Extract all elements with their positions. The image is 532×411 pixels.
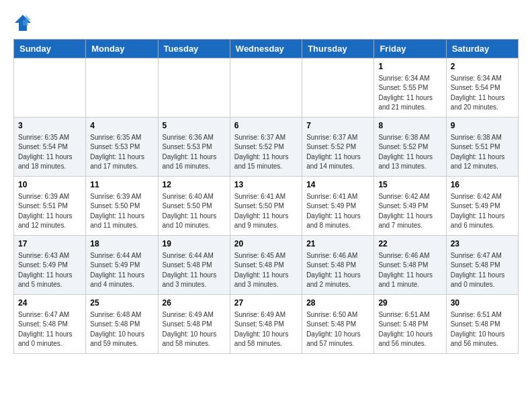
day-info: Sunrise: 6:34 AM Sunset: 5:55 PM Dayligh… (378, 74, 441, 113)
calendar-cell: 22Sunrise: 6:46 AM Sunset: 5:48 PM Dayli… (374, 236, 446, 295)
day-number: 1 (378, 61, 441, 73)
day-number: 27 (234, 298, 298, 309)
day-info: Sunrise: 6:39 AM Sunset: 5:51 PM Dayligh… (18, 192, 81, 231)
day-info: Sunrise: 6:37 AM Sunset: 5:52 PM Dayligh… (234, 133, 298, 172)
day-info: Sunrise: 6:46 AM Sunset: 5:48 PM Dayligh… (378, 251, 441, 290)
day-number: 18 (90, 238, 153, 250)
day-number: 7 (306, 120, 369, 132)
day-info: Sunrise: 6:37 AM Sunset: 5:52 PM Dayligh… (306, 133, 369, 172)
day-number: 29 (378, 298, 441, 309)
day-info: Sunrise: 6:38 AM Sunset: 5:51 PM Dayligh… (451, 133, 514, 172)
logo-icon (13, 13, 32, 32)
calendar-cell (230, 58, 302, 118)
calendar-cell: 12Sunrise: 6:40 AM Sunset: 5:50 PM Dayli… (158, 177, 230, 236)
day-info: Sunrise: 6:48 AM Sunset: 5:48 PM Dayligh… (90, 310, 153, 349)
calendar-cell: 14Sunrise: 6:41 AM Sunset: 5:49 PM Dayli… (302, 177, 374, 236)
calendar-cell: 23Sunrise: 6:47 AM Sunset: 5:48 PM Dayli… (446, 236, 518, 295)
day-number: 10 (18, 179, 81, 191)
calendar-cell: 15Sunrise: 6:42 AM Sunset: 5:49 PM Dayli… (374, 177, 446, 236)
calendar-cell: 8Sunrise: 6:38 AM Sunset: 5:52 PM Daylig… (374, 118, 446, 177)
calendar-cell: 9Sunrise: 6:38 AM Sunset: 5:51 PM Daylig… (446, 118, 518, 177)
day-info: Sunrise: 6:41 AM Sunset: 5:50 PM Dayligh… (234, 192, 298, 231)
calendar-cell: 5Sunrise: 6:36 AM Sunset: 5:53 PM Daylig… (158, 118, 230, 177)
calendar-cell: 19Sunrise: 6:44 AM Sunset: 5:48 PM Dayli… (158, 236, 230, 295)
calendar-week-2: 3Sunrise: 6:35 AM Sunset: 5:54 PM Daylig… (14, 118, 519, 177)
day-number: 9 (451, 120, 514, 132)
weekday-header-friday: Friday (374, 40, 446, 58)
day-info: Sunrise: 6:49 AM Sunset: 5:48 PM Dayligh… (163, 310, 226, 349)
calendar-cell: 17Sunrise: 6:43 AM Sunset: 5:49 PM Dayli… (14, 236, 86, 295)
calendar-cell: 21Sunrise: 6:46 AM Sunset: 5:48 PM Dayli… (302, 236, 374, 295)
calendar-cell: 7Sunrise: 6:37 AM Sunset: 5:52 PM Daylig… (302, 118, 374, 177)
calendar-cell: 2Sunrise: 6:34 AM Sunset: 5:54 PM Daylig… (446, 58, 518, 118)
calendar-week-4: 17Sunrise: 6:43 AM Sunset: 5:49 PM Dayli… (14, 236, 519, 295)
day-number: 5 (163, 120, 226, 132)
weekday-header-thursday: Thursday (302, 40, 374, 58)
day-info: Sunrise: 6:36 AM Sunset: 5:53 PM Dayligh… (163, 133, 226, 172)
day-info: Sunrise: 6:34 AM Sunset: 5:54 PM Dayligh… (451, 74, 514, 113)
calendar-cell: 25Sunrise: 6:48 AM Sunset: 5:48 PM Dayli… (86, 295, 158, 354)
day-info: Sunrise: 6:41 AM Sunset: 5:49 PM Dayligh… (306, 192, 369, 231)
calendar-table: SundayMondayTuesdayWednesdayThursdayFrid… (13, 39, 519, 354)
day-info: Sunrise: 6:42 AM Sunset: 5:49 PM Dayligh… (451, 192, 514, 231)
day-info: Sunrise: 6:50 AM Sunset: 5:48 PM Dayligh… (306, 310, 369, 349)
calendar-cell: 30Sunrise: 6:51 AM Sunset: 5:48 PM Dayli… (446, 295, 518, 354)
calendar-cell: 26Sunrise: 6:49 AM Sunset: 5:48 PM Dayli… (158, 295, 230, 354)
calendar-cell (158, 58, 230, 118)
day-info: Sunrise: 6:38 AM Sunset: 5:52 PM Dayligh… (378, 133, 441, 172)
day-number: 13 (234, 179, 298, 191)
day-info: Sunrise: 6:39 AM Sunset: 5:50 PM Dayligh… (90, 192, 153, 231)
day-number: 8 (378, 120, 441, 132)
day-number: 14 (306, 179, 369, 191)
day-info: Sunrise: 6:45 AM Sunset: 5:48 PM Dayligh… (234, 251, 298, 290)
calendar-cell: 10Sunrise: 6:39 AM Sunset: 5:51 PM Dayli… (14, 177, 86, 236)
weekday-header-row: SundayMondayTuesdayWednesdayThursdayFrid… (14, 40, 519, 58)
calendar-cell: 18Sunrise: 6:44 AM Sunset: 5:49 PM Dayli… (86, 236, 158, 295)
day-info: Sunrise: 6:44 AM Sunset: 5:48 PM Dayligh… (163, 251, 226, 290)
calendar-cell: 4Sunrise: 6:35 AM Sunset: 5:53 PM Daylig… (86, 118, 158, 177)
day-number: 4 (90, 120, 153, 132)
calendar-week-3: 10Sunrise: 6:39 AM Sunset: 5:51 PM Dayli… (14, 177, 519, 236)
day-number: 12 (163, 179, 226, 191)
day-info: Sunrise: 6:35 AM Sunset: 5:54 PM Dayligh… (18, 133, 81, 172)
calendar-week-5: 24Sunrise: 6:47 AM Sunset: 5:48 PM Dayli… (14, 295, 519, 354)
calendar-cell: 28Sunrise: 6:50 AM Sunset: 5:48 PM Dayli… (302, 295, 374, 354)
day-info: Sunrise: 6:47 AM Sunset: 5:48 PM Dayligh… (18, 310, 81, 349)
day-info: Sunrise: 6:43 AM Sunset: 5:49 PM Dayligh… (18, 251, 81, 290)
day-number: 30 (451, 298, 514, 309)
calendar-week-1: 1Sunrise: 6:34 AM Sunset: 5:55 PM Daylig… (14, 58, 519, 118)
day-info: Sunrise: 6:51 AM Sunset: 5:48 PM Dayligh… (378, 310, 441, 349)
day-info: Sunrise: 6:40 AM Sunset: 5:50 PM Dayligh… (163, 192, 226, 231)
day-info: Sunrise: 6:44 AM Sunset: 5:49 PM Dayligh… (90, 251, 153, 290)
day-number: 6 (234, 120, 298, 132)
calendar-cell: 13Sunrise: 6:41 AM Sunset: 5:50 PM Dayli… (230, 177, 302, 236)
day-number: 22 (378, 238, 441, 250)
day-number: 19 (163, 238, 226, 250)
day-number: 25 (90, 298, 153, 309)
weekday-header-monday: Monday (86, 40, 158, 58)
weekday-header-sunday: Sunday (14, 40, 86, 58)
calendar-cell: 1Sunrise: 6:34 AM Sunset: 5:55 PM Daylig… (374, 58, 446, 118)
calendar-cell: 11Sunrise: 6:39 AM Sunset: 5:50 PM Dayli… (86, 177, 158, 236)
calendar-cell: 16Sunrise: 6:42 AM Sunset: 5:49 PM Dayli… (446, 177, 518, 236)
day-info: Sunrise: 6:51 AM Sunset: 5:48 PM Dayligh… (451, 310, 514, 349)
day-number: 24 (18, 298, 81, 309)
day-number: 15 (378, 179, 441, 191)
day-info: Sunrise: 6:47 AM Sunset: 5:48 PM Dayligh… (451, 251, 514, 290)
calendar-cell: 27Sunrise: 6:49 AM Sunset: 5:48 PM Dayli… (230, 295, 302, 354)
day-info: Sunrise: 6:46 AM Sunset: 5:48 PM Dayligh… (306, 251, 369, 290)
day-number: 11 (90, 179, 153, 191)
day-number: 23 (451, 238, 514, 250)
calendar-cell (302, 58, 374, 118)
calendar-cell: 6Sunrise: 6:37 AM Sunset: 5:52 PM Daylig… (230, 118, 302, 177)
day-number: 2 (451, 61, 514, 73)
calendar-body: 1Sunrise: 6:34 AM Sunset: 5:55 PM Daylig… (14, 58, 519, 354)
day-number: 21 (306, 238, 369, 250)
day-info: Sunrise: 6:42 AM Sunset: 5:49 PM Dayligh… (378, 192, 441, 231)
page-header (13, 13, 519, 32)
day-number: 28 (306, 298, 369, 309)
calendar-cell (86, 58, 158, 118)
day-info: Sunrise: 6:49 AM Sunset: 5:48 PM Dayligh… (234, 310, 298, 349)
weekday-header-saturday: Saturday (446, 40, 518, 58)
weekday-header-wednesday: Wednesday (230, 40, 302, 58)
